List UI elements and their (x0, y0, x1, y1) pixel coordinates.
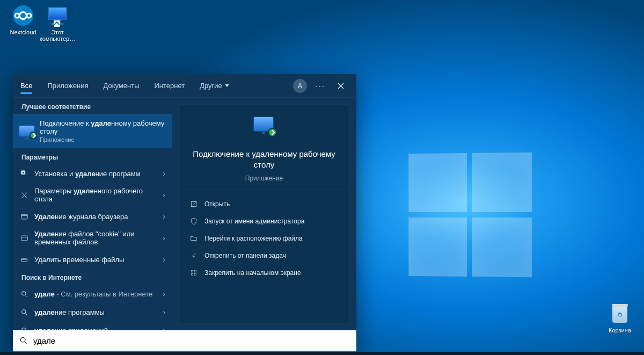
chevron-right-icon: › (163, 326, 165, 330)
gear-icon (19, 169, 29, 178)
result-text: Удаление файлов "cookie" или временных ф… (34, 230, 157, 246)
folder-icon (189, 234, 198, 243)
search-icon (19, 307, 29, 317)
result-text: Установка и удаление программ (34, 170, 141, 178)
section-best-match: Лучшее соответствие (13, 98, 172, 114)
action-unpin-taskbar[interactable]: Открепить от панели задач (186, 247, 342, 264)
svg-rect-4 (21, 214, 27, 219)
tab-documents[interactable]: Документы (96, 74, 147, 97)
chevron-right-icon: › (163, 169, 165, 178)
remote-icon (19, 190, 29, 200)
chevron-right-icon: › (163, 234, 165, 242)
tab-other-label: Другие (200, 82, 222, 90)
action-label: Запуск от имени администратора (204, 218, 304, 225)
search-panel-header: Все Приложения Документы Интернет Другие… (13, 74, 356, 98)
search-box[interactable] (13, 330, 356, 352)
result-text: Удалить временные файлы (34, 256, 124, 264)
action-open[interactable]: Открыть (186, 195, 342, 213)
best-match-subtitle: Приложение (40, 136, 165, 143)
cookie-icon (19, 233, 29, 243)
preview-subtitle: Приложение (188, 175, 340, 182)
section-settings: Параметры (13, 148, 172, 164)
tab-apps[interactable]: Приложения (40, 74, 96, 97)
windows-logo (408, 153, 531, 277)
result-text: Параметры удаленного рабочего стола (34, 187, 157, 203)
close-button[interactable] (332, 77, 350, 95)
desktop-icon-nextcloud[interactable]: Nextcloud (4, 3, 42, 35)
tab-all[interactable]: Все (13, 74, 40, 97)
tab-other[interactable]: Другие (192, 74, 237, 97)
chevron-right-icon: › (163, 255, 165, 264)
more-button[interactable]: ··· (311, 77, 330, 95)
unpin-icon (189, 251, 198, 260)
ellipsis-icon: ··· (316, 82, 325, 90)
search-input[interactable] (33, 336, 351, 345)
action-run-admin[interactable]: Запуск от имени администратора (186, 213, 342, 230)
svg-point-9 (21, 328, 26, 330)
chevron-right-icon: › (163, 212, 165, 221)
section-web: Поиск в Интернете (13, 269, 172, 285)
preview-pane: Подключение к удаленному рабочему столу … (172, 98, 356, 330)
settings-item[interactable]: Удаление файлов "cookie" или временных ф… (13, 226, 172, 250)
nextcloud-icon (12, 4, 34, 27)
search-icon (19, 336, 28, 345)
svg-rect-5 (21, 236, 27, 241)
svg-rect-14 (191, 273, 193, 276)
svg-point-0 (13, 5, 33, 26)
svg-rect-13 (194, 270, 196, 272)
action-open-location[interactable]: Перейти к расположению файла (186, 230, 342, 247)
svg-point-16 (20, 337, 25, 342)
chevron-right-icon: › (163, 308, 165, 316)
svg-rect-6 (21, 258, 27, 262)
svg-rect-15 (194, 273, 196, 276)
avatar: A (293, 79, 307, 93)
action-pin-start[interactable]: Закрепить на начальном экране (186, 264, 342, 281)
desktop-icon-recycle-bin[interactable]: Корзина (601, 304, 639, 334)
settings-item[interactable]: Удаление журнала браузера › (13, 207, 172, 226)
rdp-icon (19, 124, 34, 139)
desktop-icon-label: Корзина (601, 327, 639, 334)
preview-title: Подключение к удаленному рабочему столу (188, 149, 340, 170)
best-match-item[interactable]: Подключение к удаленному рабочему столу … (13, 114, 172, 148)
search-icon (19, 325, 29, 330)
computer-icon (46, 4, 69, 27)
best-match-title: Подключение к удаленному рабочему столу (40, 119, 165, 135)
recycle-bin-icon (610, 304, 630, 325)
desktop-icon-label: Nextcloud (4, 29, 42, 35)
pin-icon (189, 269, 198, 277)
account-button[interactable]: A (291, 77, 309, 95)
desktop-icon-label: Этот компьютер… (39, 29, 76, 42)
web-item[interactable]: удаление приложений › (13, 321, 172, 330)
web-item[interactable]: удаление программы › (13, 303, 172, 321)
result-text: удаление программы (34, 308, 105, 316)
action-label: Перейти к расположению файла (204, 235, 303, 242)
taskbar[interactable] (0, 352, 644, 355)
result-text: удаление приложений (34, 327, 108, 331)
svg-rect-12 (191, 270, 193, 272)
tab-internet[interactable]: Интернет (147, 74, 192, 97)
close-icon (338, 83, 344, 89)
result-text: удале - См. результаты в Интернете (34, 290, 152, 298)
results-column: Лучшее соответствие Подключение к удален… (13, 98, 172, 330)
shield-icon (189, 217, 198, 226)
settings-item[interactable]: Параметры удаленного рабочего стола › (13, 183, 172, 207)
chevron-right-icon: › (163, 289, 165, 298)
action-label: Открепить от панели задач (204, 252, 286, 259)
settings-item[interactable]: Установка и удаление программ › (13, 164, 172, 183)
svg-point-7 (21, 291, 26, 295)
preview-rdp-icon (253, 117, 275, 139)
desktop-icon-computer[interactable]: Этот компьютер… (39, 3, 76, 42)
chevron-right-icon: › (163, 191, 165, 199)
settings-item[interactable]: Удалить временные файлы › (13, 250, 172, 269)
search-icon (19, 289, 29, 299)
search-panel: Все Приложения Документы Интернет Другие… (13, 74, 356, 352)
action-label: Открыть (204, 200, 230, 208)
svg-point-8 (21, 309, 26, 314)
action-label: Закрепить на начальном экране (204, 269, 301, 277)
result-text: Удаление журнала браузера (34, 213, 128, 221)
open-icon (189, 200, 198, 208)
broom-icon (19, 255, 29, 264)
chevron-down-icon (225, 84, 229, 88)
history-icon (19, 212, 29, 221)
web-item[interactable]: удале - См. результаты в Интернете › (13, 285, 172, 303)
